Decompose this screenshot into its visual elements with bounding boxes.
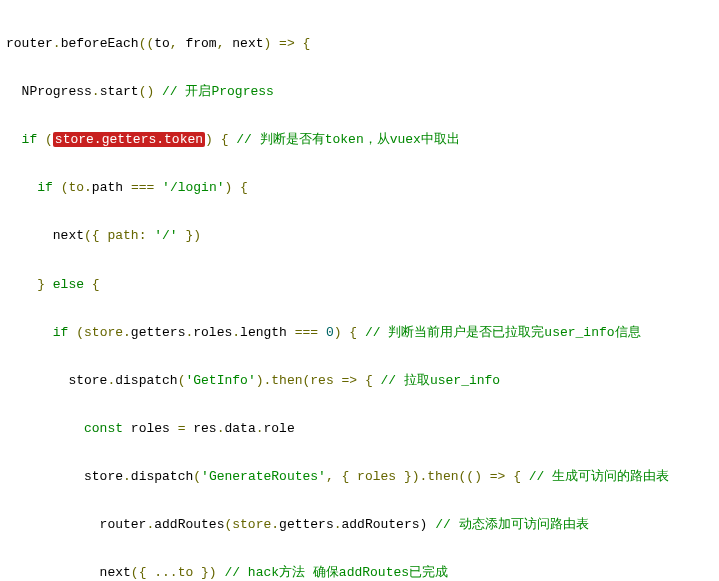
code-line: router.addRoutes(store.getters.addRouter… xyxy=(6,513,713,537)
code-block: router.beforeEach((to, from, next) => { … xyxy=(0,0,719,581)
code-line: if (to.path === '/login') { xyxy=(6,176,713,200)
code-line: store.dispatch('GenerateRoutes', { roles… xyxy=(6,465,713,489)
code-line: const roles = res.data.role xyxy=(6,417,713,441)
code-line: if (store.getters.roles.length === 0) { … xyxy=(6,321,713,345)
code-line: next({ path: '/' }) xyxy=(6,224,713,248)
code-line: NProgress.start() // 开启Progress xyxy=(6,80,713,104)
code-line: store.dispatch('GetInfo').then(res => { … xyxy=(6,369,713,393)
highlighted-token: store.getters.token xyxy=(53,132,205,147)
code-line: if (store.getters.token) { // 判断是否有token… xyxy=(6,128,713,152)
code-line: router.beforeEach((to, from, next) => { xyxy=(6,32,713,56)
code-line: } else { xyxy=(6,273,713,297)
code-line: next({ ...to }) // hack方法 确保addRoutes已完成 xyxy=(6,561,713,581)
